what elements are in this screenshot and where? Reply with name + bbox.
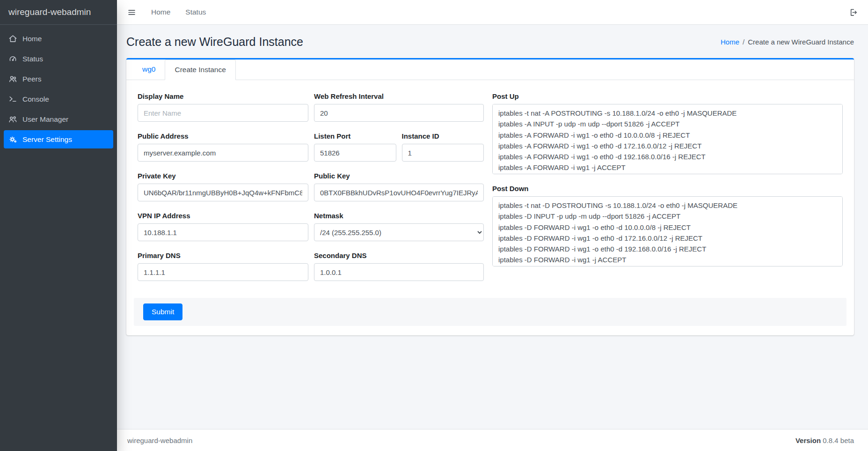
vpn-ip-input[interactable] xyxy=(138,223,308,241)
vpn-ip-label: VPN IP Address xyxy=(138,212,308,220)
instance-id-label: Instance ID xyxy=(402,132,484,140)
listen-port-label: Listen Port xyxy=(314,132,396,140)
topnav-link-home[interactable]: Home xyxy=(151,8,170,16)
sidebar-item-label: Home xyxy=(22,35,42,43)
sidebar-item-status[interactable]: Status xyxy=(4,50,113,68)
public-address-input[interactable] xyxy=(138,144,308,162)
content-header: Create a new WireGuard Instance Home/Cre… xyxy=(117,25,868,55)
footer-version-value: 0.8.4 beta xyxy=(823,436,854,444)
tachometer-icon xyxy=(8,54,17,63)
footer-brand: wireguard-webadmin xyxy=(127,436,192,444)
web-refresh-input[interactable] xyxy=(314,104,484,122)
form-column-1: Display Name Public Address Private Key xyxy=(138,92,308,291)
page-title: Create a new WireGuard Instance xyxy=(126,35,303,49)
terminal-icon xyxy=(8,95,17,104)
sidebar-toggle-button[interactable] xyxy=(127,8,136,17)
netmask-group: Netmask /24 (255.255.255.0) xyxy=(314,212,484,241)
listen-port-input[interactable] xyxy=(314,144,396,162)
instance-tabs: wg0 Create Instance xyxy=(126,59,854,80)
sidebar-item-label: Status xyxy=(22,55,43,63)
instance-form: Display Name Public Address Private Key xyxy=(138,92,843,291)
sidebar-nav: Home Status Peers Console User Manager S xyxy=(0,25,117,155)
post-up-label: Post Up xyxy=(492,92,843,100)
instance-card: wg0 Create Instance Display Name Public xyxy=(126,58,854,335)
form-column-2: Web Refresh Interval Listen Port xyxy=(314,92,484,291)
top-navbar: Home Status xyxy=(117,0,868,25)
breadcrumb-separator: / xyxy=(743,38,744,46)
primary-dns-group: Primary DNS xyxy=(138,251,308,281)
primary-dns-input[interactable] xyxy=(138,263,308,281)
sidebar-item-peers[interactable]: Peers xyxy=(4,70,113,88)
main-column: Home Status Create a new WireGuard Insta… xyxy=(117,0,868,451)
listen-port-group: Listen Port xyxy=(314,132,396,162)
display-name-input[interactable] xyxy=(138,104,308,122)
netmask-select[interactable]: /24 (255.255.255.0) xyxy=(314,223,484,241)
vpn-ip-group: VPN IP Address xyxy=(138,212,308,241)
sidebar-item-server-settings[interactable]: Server Settings xyxy=(4,130,113,148)
primary-dns-label: Primary DNS xyxy=(138,251,308,259)
sidebar-item-home[interactable]: Home xyxy=(4,30,113,48)
sidebar-item-console[interactable]: Console xyxy=(4,90,113,108)
public-address-group: Public Address xyxy=(138,132,308,162)
instance-id-input[interactable] xyxy=(402,144,484,162)
tab-wg0[interactable]: wg0 xyxy=(133,59,165,80)
web-refresh-label: Web Refresh Interval xyxy=(314,92,484,100)
submit-strip: Submit xyxy=(134,298,846,326)
secondary-dns-input[interactable] xyxy=(314,263,484,281)
submit-button[interactable]: Submit xyxy=(143,303,182,320)
display-name-group: Display Name xyxy=(138,92,308,122)
app-root: wireguard-webadmin Home Status Peers Con… xyxy=(0,0,868,451)
page-footer: wireguard-webadmin Version 0.8.4 beta xyxy=(117,429,868,451)
netmask-label: Netmask xyxy=(314,212,484,220)
sidebar-item-label: User Manager xyxy=(22,115,68,124)
breadcrumb: Home/Create a new WireGuard Instance xyxy=(721,38,854,46)
port-id-group: Listen Port Instance ID xyxy=(314,132,484,162)
brand-link[interactable]: wireguard-webadmin xyxy=(0,0,117,25)
sidebar-item-label: Server Settings xyxy=(22,135,72,144)
sidebar: wireguard-webadmin Home Status Peers Con… xyxy=(0,0,117,451)
tab-create-instance[interactable]: Create Instance xyxy=(165,59,235,80)
private-key-label: Private Key xyxy=(138,172,308,180)
gears-icon xyxy=(8,135,17,144)
topnav-link-status[interactable]: Status xyxy=(185,8,206,16)
post-down-label: Post Down xyxy=(492,185,843,192)
private-key-group: Private Key xyxy=(138,172,308,201)
hamburger-icon xyxy=(127,8,136,17)
form-column-3: Post Up iptables -t nat -A POSTROUTING -… xyxy=(492,92,843,291)
logout-button[interactable] xyxy=(849,8,858,17)
post-up-group: Post Up iptables -t nat -A POSTROUTING -… xyxy=(492,92,843,174)
post-up-textarea[interactable]: iptables -t nat -A POSTROUTING -s 10.188… xyxy=(492,104,843,174)
breadcrumb-home-link[interactable]: Home xyxy=(721,38,739,46)
post-down-group: Post Down iptables -t nat -D POSTROUTING… xyxy=(492,185,843,266)
public-address-label: Public Address xyxy=(138,132,308,140)
instance-id-group: Instance ID xyxy=(402,132,484,162)
home-icon xyxy=(8,34,17,43)
post-down-textarea[interactable]: iptables -t nat -D POSTROUTING -s 10.188… xyxy=(492,196,843,266)
sidebar-item-user-manager[interactable]: User Manager xyxy=(4,110,113,128)
content-area: Create a new WireGuard Instance Home/Cre… xyxy=(117,25,868,429)
user-group-icon xyxy=(8,115,17,124)
secondary-dns-group: Secondary DNS xyxy=(314,251,484,281)
public-key-input[interactable] xyxy=(314,184,484,201)
display-name-label: Display Name xyxy=(138,92,308,100)
sidebar-item-label: Console xyxy=(22,95,49,104)
card-body: Display Name Public Address Private Key xyxy=(126,80,854,335)
web-refresh-group: Web Refresh Interval xyxy=(314,92,484,122)
sign-out-icon xyxy=(849,8,858,17)
secondary-dns-label: Secondary DNS xyxy=(314,251,484,259)
private-key-input[interactable] xyxy=(138,184,308,201)
sidebar-item-label: Peers xyxy=(22,75,42,83)
public-key-label: Public Key xyxy=(314,172,484,180)
public-key-group: Public Key xyxy=(314,172,484,201)
footer-version: Version 0.8.4 beta xyxy=(795,436,854,444)
users-icon xyxy=(8,74,17,83)
footer-version-label: Version xyxy=(795,436,821,444)
breadcrumb-current: Create a new WireGuard Instance xyxy=(748,38,854,46)
